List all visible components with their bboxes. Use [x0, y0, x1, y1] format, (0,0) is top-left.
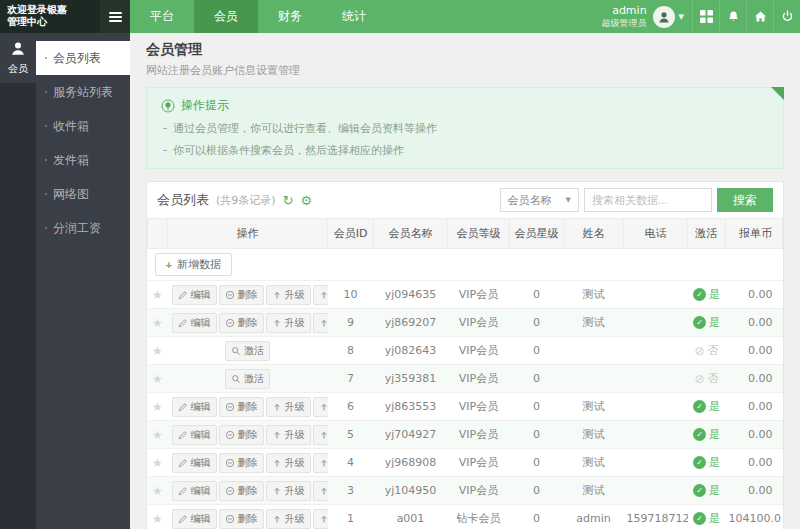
search-input[interactable] [584, 188, 712, 212]
search-field-select[interactable]: 会员名称 ▼ [500, 188, 579, 212]
table-row: ★激活7yj359381VIP会员0⊘否0.00 [148, 365, 783, 393]
cell-coin: 0.00 [726, 449, 783, 477]
delete-button[interactable]: 删除 [219, 453, 264, 473]
row-actions-cell: 激活 [168, 365, 328, 393]
star-icon[interactable]: ★ [152, 456, 163, 470]
nav-tab-finance[interactable]: 财务 [258, 0, 322, 33]
activate-button[interactable]: 激活 [225, 341, 270, 361]
cell-coin: 0.00 [726, 393, 783, 421]
star-icon[interactable]: ★ [152, 512, 163, 526]
sidebar-item-network-map[interactable]: 网络图 [36, 177, 130, 211]
notification-bell-icon[interactable] [719, 0, 746, 33]
upstar-button[interactable]: 升星 [313, 285, 328, 305]
cell-coin: 104100.0 [726, 505, 783, 529]
apps-grid-icon[interactable] [692, 0, 719, 33]
upgrade-button[interactable]: 升级 [266, 285, 311, 305]
nav-tab-member[interactable]: 会员 [194, 0, 258, 33]
cell-member-realname: 测试 [564, 421, 624, 449]
sidebar-module-member[interactable]: 会员 [0, 33, 36, 83]
record-count: (共9条记录) [216, 193, 276, 208]
upstar-button[interactable]: 升星 [313, 453, 328, 473]
sidebar-item-profit-salary[interactable]: 分润工资 [36, 211, 130, 245]
nav-tab-platform[interactable]: 平台 [130, 0, 194, 33]
star-icon[interactable]: ★ [152, 316, 163, 330]
search-button[interactable]: 搜索 [717, 188, 773, 212]
user-info[interactable]: admin 超级管理员 [602, 5, 647, 28]
delete-button[interactable]: 删除 [219, 481, 264, 501]
upstar-button[interactable]: 升星 [313, 313, 328, 333]
active-yes-label: 是 [709, 400, 720, 413]
check-circle-icon: ✓ [693, 484, 706, 497]
delete-button[interactable]: 删除 [219, 509, 264, 529]
hamburger-icon [109, 12, 122, 22]
star-icon[interactable]: ★ [152, 400, 163, 414]
gear-icon[interactable]: ⚙ [301, 194, 313, 207]
delete-button[interactable]: 删除 [219, 313, 264, 333]
column-header-coin: 报单币 [726, 219, 783, 249]
delete-button[interactable]: 删除 [219, 397, 264, 417]
cell-member-id: 8 [328, 337, 374, 365]
edit-button[interactable]: 编辑 [172, 313, 217, 333]
upgrade-button[interactable]: 升级 [266, 425, 311, 445]
star-icon[interactable]: ★ [152, 428, 163, 442]
logo-line1: 欢迎登录银嘉 [7, 4, 93, 16]
upgrade-button[interactable]: 升级 [266, 453, 311, 473]
edit-button[interactable]: 编辑 [172, 453, 217, 473]
sidebar-item-member-list[interactable]: 会员列表 [36, 41, 130, 75]
delete-button[interactable]: 删除 [219, 285, 264, 305]
edit-button[interactable]: 编辑 [172, 425, 217, 445]
nav-tab-stats[interactable]: 统计 [322, 0, 386, 33]
search-bar: 会员名称 ▼ 搜索 [500, 188, 773, 212]
menu-toggle-button[interactable] [100, 0, 130, 33]
cell-active: ✓是 [688, 505, 726, 529]
sidebar-item-inbox[interactable]: 收件箱 [36, 109, 130, 143]
activate-button[interactable]: 激活 [225, 369, 270, 389]
plus-icon: + [166, 259, 172, 271]
cell-member-level: VIP会员 [448, 337, 510, 365]
add-data-button[interactable]: + 新增数据 [155, 253, 232, 276]
refresh-icon[interactable]: ↻ [283, 194, 294, 207]
upgrade-button[interactable]: 升级 [266, 397, 311, 417]
upgrade-button[interactable]: 升级 [266, 509, 311, 529]
upstar-button[interactable]: 升星 [313, 397, 328, 417]
sidebar-item-outbox[interactable]: 发件箱 [36, 143, 130, 177]
cell-member-name: a001 [374, 505, 448, 529]
upstar-button[interactable]: 升星 [313, 509, 328, 529]
row-actions-cell: 激活 [168, 337, 328, 365]
cell-member-realname [564, 337, 624, 365]
upstar-button[interactable]: 升星 [313, 425, 328, 445]
cell-member-name: yj968908 [374, 449, 448, 477]
sidebar-item-station-list[interactable]: 服务站列表 [36, 75, 130, 109]
power-icon[interactable] [773, 0, 800, 33]
active-yes-label: 是 [709, 288, 720, 301]
edit-button[interactable]: 编辑 [172, 481, 217, 501]
edit-button[interactable]: 编辑 [172, 509, 217, 529]
star-icon[interactable]: ★ [152, 288, 163, 302]
search-field-value: 会员名称 [508, 193, 552, 208]
upgrade-button[interactable]: 升级 [266, 481, 311, 501]
member-table: 操作 会员ID 会员名称 会员等级 会员星级 姓名 电话 激活 报单币 [147, 218, 783, 529]
table-row: ★编辑删除升级升星10yj094635VIP会员0测试✓是0.00 [148, 281, 783, 309]
active-yes-label: 是 [709, 456, 720, 469]
star-icon[interactable]: ★ [152, 344, 163, 358]
corner-fold[interactable] [771, 87, 784, 100]
upstar-button[interactable]: 升星 [313, 481, 328, 501]
active-yes-label: 是 [709, 316, 720, 329]
home-icon[interactable] [746, 0, 773, 33]
ban-circle-icon: ⊘ [694, 372, 704, 386]
delete-button[interactable]: 删除 [219, 425, 264, 445]
star-icon[interactable]: ★ [152, 372, 163, 386]
edit-button[interactable]: 编辑 [172, 285, 217, 305]
cell-member-realname: 测试 [564, 477, 624, 505]
edit-button[interactable]: 编辑 [172, 397, 217, 417]
chevron-down-icon[interactable]: ▼ [679, 13, 684, 21]
row-actions-cell: 编辑删除升级升星 [168, 281, 328, 309]
add-data-row: + 新增数据 [148, 249, 783, 281]
bulb-icon [161, 99, 175, 113]
star-icon[interactable]: ★ [152, 484, 163, 498]
upgrade-button[interactable]: 升级 [266, 313, 311, 333]
top-header: 欢迎登录银嘉 管理中心 平台 会员 财务 统计 admin 超级管理员 ▼ [0, 0, 800, 33]
cell-active: ✓是 [688, 309, 726, 337]
avatar[interactable] [653, 6, 675, 28]
cell-coin: 0.00 [726, 365, 783, 393]
